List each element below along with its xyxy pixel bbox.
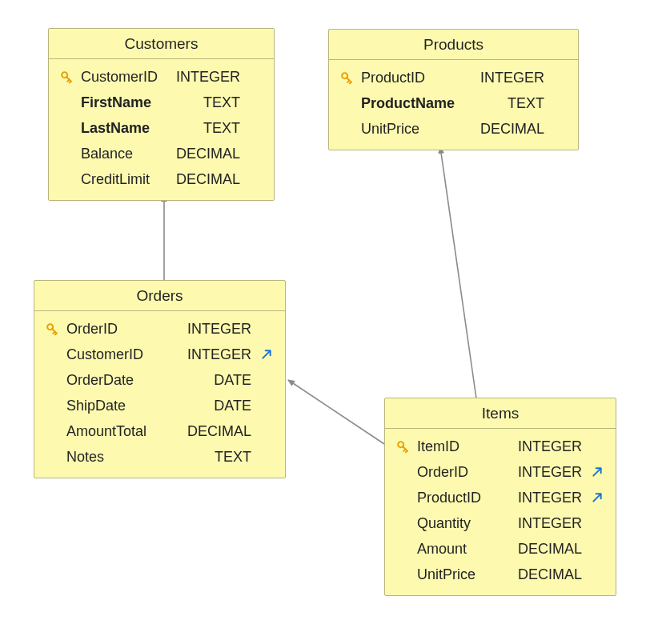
entity-customers: Customers CustomerIDINTEGERFirstNameTEXT… xyxy=(48,28,275,201)
no-icon xyxy=(588,514,606,532)
column-row: UnitPriceDECIMAL xyxy=(393,562,606,587)
entity-products-body: ProductIDINTEGERProductNameTEXTUnitPrice… xyxy=(329,60,578,150)
primary-key-icon xyxy=(57,67,76,86)
column-type: DECIMAL xyxy=(187,422,253,441)
column-row: OrderIDINTEGER xyxy=(42,316,275,342)
entity-products: Products ProductIDINTEGERProductNameTEXT… xyxy=(328,29,579,150)
column-type: DECIMAL xyxy=(176,145,242,163)
no-icon xyxy=(258,422,275,440)
no-icon xyxy=(57,93,76,112)
column-name: LastName xyxy=(81,119,199,138)
entity-customers-title: Customers xyxy=(49,29,274,59)
column-row: CreditLimitDECIMAL xyxy=(57,166,264,192)
column-type: INTEGER xyxy=(518,438,584,456)
no-icon xyxy=(247,68,264,86)
svg-line-15 xyxy=(403,450,405,451)
no-icon xyxy=(588,566,606,583)
no-icon xyxy=(42,447,62,466)
column-type: INTEGER xyxy=(176,68,242,86)
column-name: Notes xyxy=(66,448,210,466)
column-name: ProductID xyxy=(417,489,513,507)
column-name: Balance xyxy=(81,145,171,163)
primary-key-icon xyxy=(393,437,412,456)
column-type: TEXT xyxy=(508,94,546,113)
column-name: AmountTotal xyxy=(66,422,183,441)
foreign-key-icon xyxy=(588,489,606,506)
no-icon xyxy=(258,448,275,466)
column-name: UnitPrice xyxy=(361,120,475,138)
no-icon xyxy=(42,345,62,364)
svg-line-3 xyxy=(70,82,71,83)
no-icon xyxy=(247,145,264,162)
entity-items: Items ItemIDINTEGEROrderIDINTEGERProduct… xyxy=(384,398,616,596)
entity-products-title: Products xyxy=(329,30,578,60)
column-type: TEXT xyxy=(203,119,242,138)
svg-line-18 xyxy=(593,495,600,502)
svg-line-17 xyxy=(593,470,600,476)
svg-line-12 xyxy=(263,352,269,358)
no-icon xyxy=(551,94,568,112)
column-name: ProductName xyxy=(361,94,503,113)
entity-items-title: Items xyxy=(385,398,616,429)
svg-line-6 xyxy=(347,81,349,82)
column-type: DATE xyxy=(214,371,253,390)
column-row: ProductIDINTEGER xyxy=(393,485,606,510)
no-icon xyxy=(551,69,568,86)
column-row: ProductIDINTEGER xyxy=(337,65,568,90)
column-type: DECIMAL xyxy=(518,566,584,584)
no-icon xyxy=(393,462,412,482)
column-name: Amount xyxy=(417,540,513,558)
primary-key-icon xyxy=(42,319,62,338)
column-row: OrderIDINTEGER xyxy=(393,459,606,485)
entity-items-body: ItemIDINTEGEROrderIDINTEGERProductIDINTE… xyxy=(385,429,616,595)
no-icon xyxy=(337,94,356,113)
no-icon xyxy=(57,170,76,189)
column-row: CustomerIDINTEGER xyxy=(42,342,275,367)
column-name: OrderDate xyxy=(66,371,209,390)
no-icon xyxy=(588,540,606,558)
no-icon xyxy=(258,320,275,338)
no-icon xyxy=(247,170,264,188)
column-name: OrderID xyxy=(66,320,183,338)
column-name: ShipDate xyxy=(66,397,209,415)
no-icon xyxy=(393,488,412,507)
column-name: OrderID xyxy=(417,463,513,482)
column-row: CustomerIDINTEGER xyxy=(57,64,264,90)
column-type: INTEGER xyxy=(187,346,253,364)
column-type: INTEGER xyxy=(518,514,584,533)
column-type: INTEGER xyxy=(518,489,584,507)
column-name: CreditLimit xyxy=(81,170,171,189)
column-name: CustomerID xyxy=(81,68,171,86)
no-icon xyxy=(393,565,412,584)
column-row: FirstNameTEXT xyxy=(57,90,264,115)
no-icon xyxy=(57,118,76,138)
column-row: ItemIDINTEGER xyxy=(393,434,606,459)
column-type: DECIMAL xyxy=(176,170,242,189)
column-row: LastNameTEXT xyxy=(57,115,264,141)
column-row: ProductNameTEXT xyxy=(337,90,568,116)
no-icon xyxy=(258,371,275,389)
no-icon xyxy=(588,438,606,455)
no-icon xyxy=(247,119,264,137)
svg-line-16 xyxy=(406,451,407,453)
svg-line-2 xyxy=(67,80,69,82)
column-name: ProductID xyxy=(361,69,475,87)
column-row: OrderDateDATE xyxy=(42,367,275,393)
entity-orders: Orders OrderIDINTEGERCustomerIDINTEGEROr… xyxy=(34,280,286,478)
no-icon xyxy=(42,396,62,415)
no-icon xyxy=(57,144,76,163)
no-icon xyxy=(551,120,568,138)
no-icon xyxy=(337,119,356,138)
column-name: CustomerID xyxy=(66,346,183,364)
foreign-key-icon xyxy=(588,463,606,481)
no-icon xyxy=(393,539,412,558)
column-row: BalanceDECIMAL xyxy=(57,141,264,166)
column-row: UnitPriceDECIMAL xyxy=(337,116,568,142)
column-type: INTEGER xyxy=(480,69,546,87)
column-row: AmountDECIMAL xyxy=(393,536,606,562)
svg-line-7 xyxy=(350,82,351,84)
rel-items-products xyxy=(440,147,476,398)
foreign-key-icon xyxy=(258,346,275,363)
column-type: DECIMAL xyxy=(518,540,584,558)
primary-key-icon xyxy=(337,68,356,87)
